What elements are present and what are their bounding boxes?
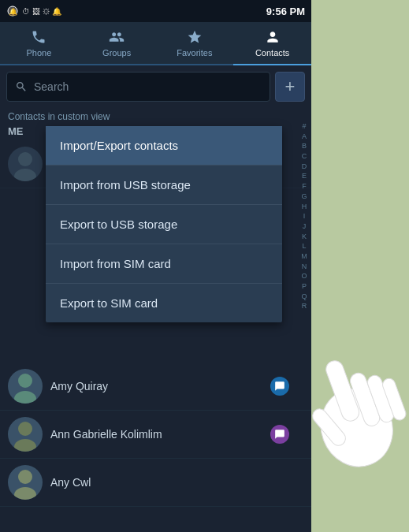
tab-groups[interactable]: Groups [78,22,156,64]
dropdown-item-export-usb[interactable]: Export to USB storage [46,205,282,244]
svg-point-2 [18,152,32,166]
alphabet-sidebar[interactable]: # A B C D E F G H I J K L M N O P Q R [297,122,311,311]
tab-phone[interactable]: Phone [0,22,78,64]
nav-tabs: Phone Groups Favorites [0,22,311,65]
svg-point-4 [18,374,32,388]
search-bar: Search + [0,65,311,108]
status-time: 9:56 PM [266,6,305,17]
tab-favorites[interactable]: Favorites [156,22,234,64]
status-icons: ⏱ 🖼 ⚙ 🔔 [22,7,61,16]
contact-name-amy: Amy Quiray [50,380,108,392]
tab-phone-label: Phone [26,48,51,58]
dropdown-menu: Import/Export contacts Import from USB s… [46,126,282,322]
contact-row-any[interactable]: Any Cwl [0,459,311,507]
svg-point-6 [18,422,32,436]
contacts-icon [263,28,282,46]
contact-row-ann[interactable]: Ann Gabrielle Kolimlim [0,411,311,459]
tab-favorites-label: Favorites [177,48,212,58]
tab-contacts[interactable]: Contacts [233,22,311,65]
svg-point-3 [14,169,36,181]
svg-text:🔔: 🔔 [9,7,18,17]
me-avatar [8,147,43,181]
search-placeholder: Search [34,80,69,93]
groups-icon [107,28,126,46]
contact-name-any: Any Cwl [50,476,91,489]
search-input-container[interactable]: Search [6,72,270,102]
notification-icon: 🔔 [6,6,19,17]
status-bar: 🔔 ⏱ 🖼 ⚙ 🔔 9:56 PM [0,0,311,22]
dropdown-item-import-usb[interactable]: Import from USB storage [46,166,282,205]
hand-cursor [283,311,409,485]
contacts-subtitle: Contacts in custom view [0,108,311,124]
dropdown-item-import-export[interactable]: Import/Export contacts [46,126,282,166]
contact-avatar-any [8,465,43,500]
search-icon [15,80,28,93]
contact-row-amy[interactable]: Amy Quiray [0,363,311,411]
dropdown-item-export-sim[interactable]: Export to SIM card [46,284,282,322]
phone-screen: 🔔 ⏱ 🖼 ⚙ 🔔 9:56 PM Phone Groups [0,0,311,532]
status-bar-left: 🔔 ⏱ 🖼 ⚙ 🔔 [6,6,61,17]
contact-avatar-amy [8,369,43,404]
svg-point-7 [14,439,36,452]
dropdown-item-import-sim[interactable]: Import from SIM card [46,244,282,284]
svg-point-8 [18,470,32,484]
tab-groups-label: Groups [102,48,131,58]
phone-icon [29,28,48,46]
svg-point-5 [14,391,36,404]
add-contact-button[interactable]: + [275,72,305,102]
star-icon [185,28,204,46]
tab-contacts-label: Contacts [255,48,289,58]
contact-name-ann: Ann Gabrielle Kolimlim [50,428,162,441]
svg-point-9 [14,487,36,500]
contact-avatar-ann [8,417,43,452]
